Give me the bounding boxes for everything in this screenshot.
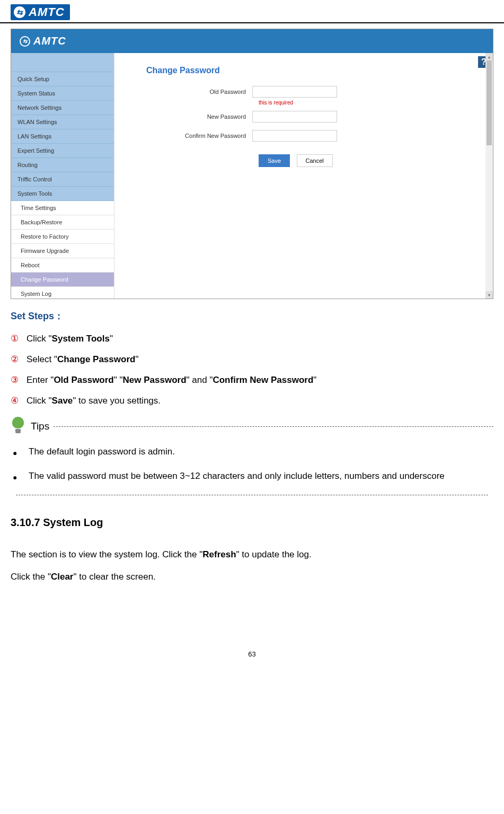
step-text-1: Click "System Tools" [26, 334, 493, 344]
label-new-password: New Password [136, 113, 252, 120]
app-header: ⇆ AMTC [11, 29, 493, 53]
bullet-icon: ● [13, 467, 29, 486]
step-text-2: Select "Change Password" [26, 354, 493, 365]
nav-item-traffic-control[interactable]: Triffic Control [11, 172, 114, 187]
nav-item-system-status[interactable]: System Status [11, 86, 114, 101]
step-num-1: ① [11, 333, 26, 344]
nav-item-lan-settings[interactable]: LAN Settings [11, 129, 114, 144]
sub-item-firmware-upgrade[interactable]: Firmware Upgrade [11, 244, 114, 258]
admin-screenshot: ⇆ AMTC Quick Setup System Status Network… [11, 29, 493, 299]
sidebar-spacer [11, 53, 114, 72]
step-list: ① Click "System Tools" ② Select "Change … [11, 333, 493, 406]
app-logo-arrows-icon: ⇆ [23, 38, 28, 44]
step-num-4: ④ [11, 395, 26, 406]
scroll-up-icon[interactable]: ▴ [485, 53, 493, 60]
input-new-password[interactable] [252, 111, 337, 122]
scrollbar[interactable]: ▴ ▾ [485, 53, 493, 299]
row-confirm-password: Confirm New Password [136, 130, 472, 142]
step-text-3: Enter "Old Password" "New Password" and … [26, 375, 493, 386]
input-old-password[interactable] [252, 86, 337, 98]
error-old-password: this is required [259, 100, 472, 106]
tips-dash-line [54, 426, 493, 427]
nav-item-wlan-settings[interactable]: WLAN Settings [11, 115, 114, 129]
step-1: ① Click "System Tools" [11, 333, 493, 344]
sub-item-backup-restore[interactable]: Backup/Restore [11, 215, 114, 230]
step-2: ② Select "Change Password" [11, 354, 493, 365]
sub-item-restore-factory[interactable]: Restore to Factory [11, 230, 114, 244]
sub-item-time-settings[interactable]: Time Settings [11, 201, 114, 215]
row-old-password: Old Password [136, 86, 472, 98]
tips-list: ● The default login password is admin. ●… [13, 442, 493, 485]
set-steps-heading: Set Steps： [11, 310, 493, 322]
logo-arrows-icon: ⇆ [16, 8, 23, 16]
tips-header: Tips [11, 417, 493, 436]
tip-text-1: The default login password is admin. [29, 442, 175, 461]
dash-divider [16, 495, 488, 495]
tip-1: ● The default login password is admin. [13, 442, 493, 461]
bullet-icon: ● [13, 442, 29, 461]
save-button[interactable]: Save [259, 154, 290, 167]
tip-text-2: The valid password must be between 3~12 … [29, 467, 445, 486]
page-title: Change Password [146, 66, 472, 75]
logo-icon: ⇆ [14, 6, 25, 18]
app-logo: ⇆ AMTC [20, 35, 66, 47]
label-old-password: Old Password [136, 89, 252, 95]
nav-item-expert-setting[interactable]: Expert Setting [11, 144, 114, 158]
system-log-heading: 3.10.7 System Log [11, 517, 493, 529]
sub-item-change-password[interactable]: Change Password [11, 273, 114, 287]
step-num-2: ② [11, 354, 26, 365]
cancel-button[interactable]: Cancel [297, 154, 333, 167]
page-number: 63 [11, 650, 493, 669]
step-num-3: ③ [11, 374, 26, 386]
step-4: ④ Click "Save" to save you settings. [11, 395, 493, 406]
button-row: Save Cancel [259, 154, 472, 167]
nav-item-system-tools[interactable]: System Tools [11, 187, 114, 201]
app-logo-icon: ⇆ [20, 36, 30, 47]
sidebar: Quick Setup System Status Network Settin… [11, 53, 114, 299]
sub-item-system-log[interactable]: System Log [11, 287, 114, 299]
document-header: ⇆ AMTC [0, 0, 504, 23]
bulb-icon [11, 417, 25, 436]
para-2: Click the "Clear" to clear the screen. [11, 567, 493, 587]
content-area: ? Change Password Old Password this is r… [114, 53, 493, 299]
app-body: Quick Setup System Status Network Settin… [11, 53, 493, 299]
tips-label: Tips [31, 421, 49, 432]
brand-logo: ⇆ AMTC [11, 4, 70, 20]
scroll-down-icon[interactable]: ▾ [485, 291, 493, 299]
para-1: The section is to view the system log. C… [11, 545, 493, 564]
sub-item-reboot[interactable]: Reboot [11, 258, 114, 273]
row-new-password: New Password [136, 111, 472, 122]
input-confirm-password[interactable] [252, 130, 337, 142]
step-text-4: Click "Save" to save you settings. [26, 396, 493, 406]
scroll-thumb[interactable] [487, 60, 492, 145]
nav-item-quick-setup[interactable]: Quick Setup [11, 72, 114, 86]
document-body: Set Steps： ① Click "System Tools" ② Sele… [0, 310, 504, 690]
label-confirm-password: Confirm New Password [136, 133, 252, 139]
brand-text: AMTC [29, 5, 65, 19]
nav-item-network-settings[interactable]: Network Settings [11, 101, 114, 115]
tip-2: ● The valid password must be between 3~1… [13, 467, 493, 486]
nav-item-routing[interactable]: Routing [11, 158, 114, 172]
step-3: ③ Enter "Old Password" "New Password" an… [11, 374, 493, 386]
app-brand-text: AMTC [33, 35, 66, 47]
